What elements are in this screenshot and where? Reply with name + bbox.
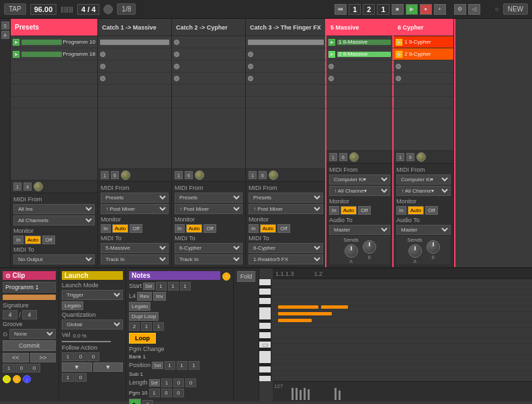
trk-num-catch1-1[interactable]: 1 [101, 171, 109, 179]
trk-num-1[interactable]: 1 [13, 183, 21, 191]
cypher-slot-3[interactable] [394, 60, 453, 72]
trk-knob-catch3[interactable] [269, 170, 278, 180]
massive-play-2[interactable]: ▶ [328, 51, 335, 58]
mon-in-presets[interactable]: In [13, 236, 24, 244]
start-n2[interactable]: 1 [168, 282, 179, 291]
midi-from-select-catch1[interactable]: Presets [101, 193, 169, 203]
len-n2[interactable]: 0 [173, 378, 184, 387]
follow-n4[interactable]: 1 [62, 373, 74, 382]
trk-num-massive-1[interactable]: 1 [329, 153, 337, 161]
catch2-slot-4[interactable] [172, 72, 245, 85]
pgm10-n3[interactable]: 0 [173, 389, 184, 397]
cypher-slot-1[interactable]: ▶ 1 9-Cypher [394, 36, 453, 48]
clip-slot-2[interactable]: ▶ Programm 18 [11, 48, 97, 60]
icon-yellow[interactable]: L [3, 375, 11, 383]
trk-num-catch1-6[interactable]: 6 [111, 171, 119, 179]
send-a-knob-massive[interactable] [345, 244, 358, 258]
track-in-select-catch1[interactable]: Track In [101, 254, 169, 264]
catch1-slot-6[interactable] [98, 97, 171, 109]
inv-btn[interactable]: Inv [153, 292, 166, 301]
midi-to-select-catch1[interactable]: 5-Massive [101, 243, 169, 253]
trk-num-catch3-6[interactable]: 6 [259, 171, 267, 179]
midi-to-select-catch3[interactable]: 6-Cypher [249, 243, 323, 253]
len-n3[interactable]: 0 [185, 378, 196, 387]
massive-slot-1[interactable]: ▶ 1 8-Massive [326, 36, 393, 48]
notes-plus-btn[interactable]: + [222, 272, 230, 281]
start-set-btn[interactable]: Set [143, 283, 154, 290]
arrange-toggle[interactable]: A [1, 31, 9, 39]
send-b-knob-cypher[interactable] [427, 240, 440, 254]
trk-knob-catch2[interactable] [195, 170, 204, 180]
step-num-2[interactable]: 0 [15, 364, 28, 372]
vel-slider[interactable] [62, 341, 111, 342]
trk-knob-catch1[interactable] [121, 170, 130, 180]
start-n3[interactable]: 1 [180, 282, 191, 291]
quantization-select[interactable]: Global [62, 319, 123, 330]
catch3-slot-1[interactable] [246, 36, 326, 48]
follow-n1[interactable]: 1 [62, 352, 74, 361]
massive-slot-2[interactable]: ▶ 2 8-Massive [326, 48, 393, 60]
mon-auto-presets[interactable]: Auto [25, 236, 41, 244]
icon-orange[interactable]: ⚙ [13, 375, 21, 383]
catch1-slot-1[interactable] [98, 36, 171, 48]
catch2-slot-5[interactable] [172, 85, 245, 97]
legato-btn[interactable]: Legato [129, 302, 150, 311]
catch3-slot-4[interactable] [246, 72, 326, 85]
midi-to-select-presets[interactable]: No Output [13, 254, 95, 264]
clip-color-bar[interactable] [3, 295, 56, 300]
send-a-knob-cypher[interactable] [408, 244, 422, 258]
trk-knob-massive[interactable] [349, 152, 359, 162]
position-set-btn[interactable]: Set [152, 362, 163, 369]
massive-slot-6[interactable] [326, 97, 393, 109]
piano-roll[interactable]: 1.1.1.3 1.2 C3 127 [259, 268, 532, 401]
catch2-slot-1[interactable] [172, 36, 245, 48]
launch-mode-select[interactable]: Trigger [62, 290, 123, 300]
channel-select-cypher[interactable]: ↑ All Channe▾ [396, 186, 451, 196]
groove-select[interactable]: None [9, 329, 56, 339]
massive-slot-5[interactable] [326, 85, 393, 97]
rewind-btn[interactable]: ⏮ [335, 4, 347, 15]
midi-to-select-catch2[interactable]: 6-Cypher [175, 243, 242, 253]
start-n1[interactable]: 1 [156, 282, 167, 291]
trk-num-massive-6[interactable]: 6 [339, 153, 347, 161]
mon-auto-catch1[interactable]: Auto [112, 224, 128, 233]
trk-num-catch2-6[interactable]: 6 [185, 171, 193, 179]
notes-n1[interactable]: 2 [129, 322, 140, 331]
notes-n2[interactable]: 1 [141, 322, 152, 331]
pgm10-n1[interactable]: 1 [149, 389, 160, 397]
trk-num-cypher-1[interactable]: 1 [396, 153, 404, 161]
catch1-slot-2[interactable] [98, 48, 171, 60]
trk-num-4[interactable]: 4 [24, 183, 32, 191]
follow-n2[interactable]: 0 [75, 352, 87, 361]
catch2-slot-3[interactable] [172, 60, 245, 72]
back-btn[interactable]: ◁ [468, 4, 480, 15]
cypher-slot-4[interactable] [394, 72, 453, 85]
rev-btn[interactable]: Rev [137, 292, 152, 301]
mon-in-catch1[interactable]: In [101, 224, 111, 233]
send-b-knob-massive[interactable] [363, 240, 376, 254]
tap-button[interactable]: TAP [4, 3, 26, 15]
mon-auto-catch2[interactable]: Auto [186, 224, 202, 233]
catch2-slot-6[interactable] [172, 97, 245, 109]
clip-play-btn-1[interactable]: ▶ [13, 39, 19, 46]
subdivision-btn[interactable]: 1/8 [117, 3, 136, 15]
massive-slot-4[interactable] [326, 72, 393, 85]
session-toggle[interactable]: S [1, 21, 9, 30]
record-btn[interactable]: ● [420, 4, 432, 15]
channel-select-catch1[interactable]: ↑ Post Mixer [101, 204, 169, 214]
master-toggle[interactable] [103, 5, 113, 14]
nav-next-button[interactable]: >> [30, 353, 56, 362]
sig-denominator[interactable]: 4 [22, 310, 37, 319]
play-btn[interactable]: ▶ [406, 4, 418, 15]
trk-num-cypher-6[interactable]: 6 [406, 153, 414, 161]
massive-slot-3[interactable] [326, 60, 393, 72]
pos-n2[interactable]: 1 [177, 361, 187, 370]
catch3-slot-2[interactable] [246, 48, 326, 60]
step-num-3[interactable]: 0 [28, 364, 40, 372]
catch1-slot-5[interactable] [98, 85, 171, 97]
audio-to-select-cypher[interactable]: Master [396, 225, 451, 235]
track-in-select-catch2[interactable]: Track In [175, 254, 242, 264]
trk-knob-cypher[interactable] [416, 152, 426, 162]
clip-play-btn-2[interactable]: ▶ [13, 51, 19, 58]
mon-off-massive[interactable]: Off [358, 206, 371, 215]
